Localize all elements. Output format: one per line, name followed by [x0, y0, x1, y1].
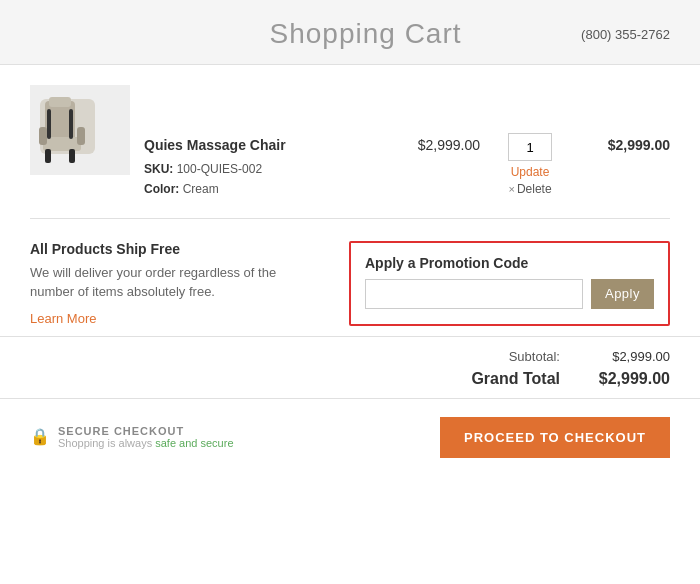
color-value: Cream	[183, 182, 219, 196]
subtotal-label: Subtotal:	[509, 349, 560, 364]
shipping-info: All Products Ship Free We will deliver y…	[30, 241, 329, 326]
page-wrapper: Shopping Cart (800) 355-2762	[0, 0, 700, 584]
svg-rect-5	[39, 127, 47, 145]
secure-text: SECURE CHECKOUT Shopping is always safe …	[58, 425, 234, 449]
product-image	[30, 85, 130, 175]
promo-code-input[interactable]	[365, 279, 583, 309]
promo-section: Apply a Promotion Code Apply	[349, 241, 670, 326]
shipping-description: We will deliver your order regardless of…	[30, 263, 319, 302]
secure-subtitle-pre: Shopping is always	[58, 437, 155, 449]
cart-section: Quies Massage Chair SKU: 100-QUIES-002 C…	[0, 65, 700, 219]
header: Shopping Cart (800) 355-2762	[0, 0, 700, 65]
svg-rect-9	[69, 109, 73, 139]
product-sku: SKU: 100-QUIES-002	[144, 159, 380, 179]
grand-total-label: Grand Total	[471, 370, 560, 388]
header-phone: (800) 355-2762	[581, 27, 670, 42]
color-label: Color:	[144, 182, 179, 196]
delete-link[interactable]: × Delete	[508, 182, 551, 196]
promo-row: Apply	[365, 279, 654, 309]
product-color: Color: Cream	[144, 179, 380, 199]
delete-x-icon: ×	[508, 183, 514, 195]
svg-rect-8	[47, 109, 51, 139]
product-price: $2,999.00	[380, 85, 480, 153]
svg-rect-3	[45, 149, 51, 163]
secure-highlight: safe and secure	[155, 437, 233, 449]
quantity-column: Update × Delete	[480, 85, 580, 196]
bottom-section: All Products Ship Free We will deliver y…	[0, 219, 700, 337]
totals-section: Subtotal: $2,999.00 Grand Total $2,999.0…	[0, 337, 700, 399]
secure-checkout: 🔒 SECURE CHECKOUT Shopping is always saf…	[30, 425, 234, 449]
learn-more-link[interactable]: Learn More	[30, 311, 96, 326]
sku-label: SKU:	[144, 162, 173, 176]
lock-icon: 🔒	[30, 427, 50, 446]
quantity-input[interactable]	[508, 133, 552, 161]
footer-section: 🔒 SECURE CHECKOUT Shopping is always saf…	[0, 399, 700, 476]
product-image-svg	[35, 89, 125, 171]
promo-apply-button[interactable]: Apply	[591, 279, 654, 309]
delete-label: Delete	[517, 182, 552, 196]
product-info: Quies Massage Chair SKU: 100-QUIES-002 C…	[144, 85, 380, 200]
svg-rect-7	[49, 97, 71, 107]
promo-title: Apply a Promotion Code	[365, 255, 654, 271]
cart-item: Quies Massage Chair SKU: 100-QUIES-002 C…	[30, 85, 670, 219]
secure-title: SECURE CHECKOUT	[58, 425, 234, 437]
product-total: $2,999.00	[580, 85, 670, 153]
svg-rect-6	[77, 127, 85, 145]
grand-total-row: Grand Total $2,999.00	[471, 370, 670, 388]
sku-value: 100-QUIES-002	[177, 162, 262, 176]
svg-rect-4	[69, 149, 75, 163]
secure-subtitle: Shopping is always safe and secure	[58, 437, 234, 449]
subtotal-value: $2,999.00	[590, 349, 670, 364]
product-name: Quies Massage Chair	[144, 137, 380, 153]
update-link[interactable]: Update	[511, 165, 550, 179]
subtotal-row: Subtotal: $2,999.00	[509, 349, 670, 364]
grand-total-value: $2,999.00	[590, 370, 670, 388]
svg-rect-2	[43, 137, 81, 151]
checkout-button[interactable]: PROCEED TO CHECKOUT	[440, 417, 670, 458]
page-title: Shopping Cart	[150, 18, 581, 50]
shipping-title: All Products Ship Free	[30, 241, 319, 257]
